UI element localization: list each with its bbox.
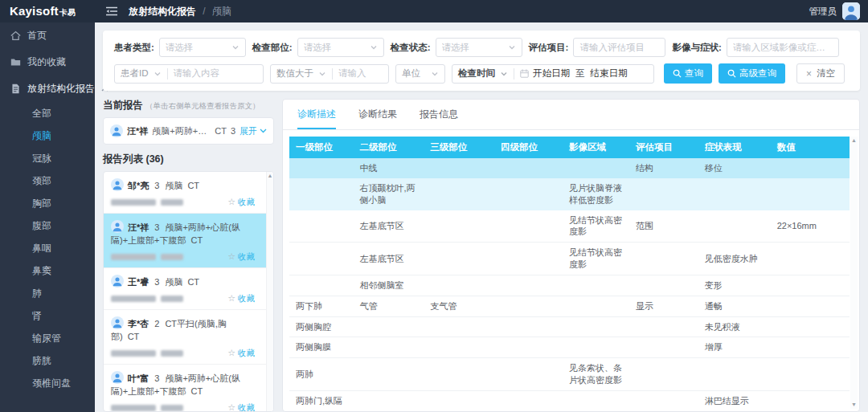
sidebar-subitem-13[interactable]: 颈椎间盘 [0,372,95,394]
table-cell[interactable] [629,358,698,391]
filter-select[interactable]: 请选择 [436,38,522,57]
table-cell[interactable]: 结构 [629,158,698,178]
table-cell[interactable]: 增厚 [698,337,771,358]
table-cell[interactable]: 22×16mm [771,210,850,243]
table-cell[interactable] [424,210,494,243]
breadcrumb-root[interactable]: 放射结构化报告 [129,6,196,17]
favorite-button[interactable]: ☆收藏 [227,251,255,263]
table-cell[interactable] [629,337,698,358]
scroll-down-icon[interactable]: ▼ [850,401,858,409]
sidebar-item-home[interactable]: 首页 [0,22,95,49]
value-compare-select[interactable]: 数值大于 [271,65,332,83]
table-cell[interactable] [289,158,353,178]
table-cell[interactable] [353,337,424,358]
table-scrollbar[interactable]: ▲ ▼ [850,137,858,409]
table-cell[interactable] [424,390,494,411]
tab-2[interactable]: 诊断结果 [358,108,397,129]
table-cell[interactable] [771,296,850,316]
table-cell[interactable]: 两肺 [289,358,353,391]
table-cell[interactable] [771,337,850,358]
value-input[interactable]: 请输入 [333,65,388,83]
table-cell[interactable]: 两下肺 [289,296,353,316]
table-cell[interactable]: 未见积液 [698,316,771,337]
filter-select[interactable]: 请选择 [297,38,384,57]
table-cell[interactable] [563,337,629,358]
table-cell[interactable] [494,243,563,275]
table-cell[interactable] [494,316,563,337]
table-cell[interactable]: 两侧胸腔 [289,316,353,337]
table-cell[interactable] [563,390,629,411]
clear-button[interactable]: × 清空 [796,63,845,84]
user-avatar[interactable] [842,2,860,20]
table-cell[interactable]: 变形 [698,275,771,296]
table-cell[interactable] [353,358,424,391]
table-cell[interactable]: 见条索状、条片状高密度影 [563,358,629,391]
patient-id-select[interactable]: 患者ID [115,65,167,83]
table-cell[interactable]: 见结节状高密度影 [563,243,629,275]
report-list-item[interactable]: 王*睿3颅脑CT☆收藏 [104,268,266,310]
table-cell[interactable] [771,243,850,275]
table-cell[interactable] [629,243,698,275]
table-cell[interactable]: 两侧胸膜 [289,337,353,358]
table-cell[interactable] [563,275,629,296]
table-cell[interactable]: 显示 [629,296,698,316]
report-list-item[interactable]: 汪*祥3颅脑+两肺+心脏(纵隔)+上腹部+下腹部CT☆收藏 [104,214,266,268]
filter-input[interactable]: 请输入区域影像或症状表现 [727,38,839,57]
table-cell[interactable] [494,337,563,358]
advanced-search-button[interactable]: 高级查询 [719,63,785,84]
table-cell[interactable] [629,178,698,210]
report-list-item[interactable]: 叶*富3颅脑+两肺+心脏(纵隔)+上腹部+下腹部CT☆收藏 [104,365,266,412]
table-cell[interactable]: 移位 [698,158,771,178]
table-cell[interactable] [289,178,353,210]
table-cell[interactable] [353,390,424,411]
table-cell[interactable]: 左基底节区 [353,243,424,275]
table-cell[interactable]: 淋巴结显示 [698,390,771,411]
current-report-card[interactable]: 汪*祥 颅脑+两肺+心... CT 3 展开 [103,117,274,145]
table-cell[interactable] [563,316,629,337]
table-cell[interactable] [629,275,698,296]
sidebar-subitem-10[interactable]: 肾 [0,304,95,327]
sidebar-subitem-12[interactable]: 膀胱 [0,349,95,372]
sidebar-item-structured-reports[interactable]: 放射结构化报告 [0,75,95,102]
table-cell[interactable] [494,358,563,391]
tab-3[interactable]: 报告信息 [420,108,458,129]
table-cell[interactable] [771,275,850,296]
table-cell[interactable] [771,358,850,391]
table-cell[interactable]: 范围 [629,210,698,243]
favorite-button[interactable]: ☆收藏 [227,293,255,304]
sidebar-item-favorites[interactable]: 我的收藏 [0,49,95,75]
table-cell[interactable] [424,158,494,178]
table-cell[interactable] [289,243,353,275]
table-cell[interactable] [424,178,494,210]
table-cell[interactable] [289,210,353,243]
table-cell[interactable]: 通畅 [698,296,771,316]
sidebar-subitem-2[interactable]: 颅脑 [0,124,95,147]
table-cell[interactable]: 相邻侧脑室 [353,275,424,296]
sidebar-subitem-11[interactable]: 输尿管 [0,327,95,349]
filter-input[interactable]: 请输入评估项目 [573,38,665,57]
table-cell[interactable] [424,243,494,275]
table-cell[interactable]: 见低密度水肿 [698,243,771,275]
patient-id-input[interactable]: 请输入内容 [168,65,264,83]
favorite-button[interactable]: ☆收藏 [227,197,255,208]
table-cell[interactable] [771,158,850,178]
menu-fold-icon[interactable] [106,6,117,16]
list-scrollbar[interactable]: ▲ [266,172,273,411]
table-cell[interactable]: 气管 [353,296,424,316]
table-cell[interactable]: 右顶颞枕叶,两侧小脑 [353,178,424,210]
table-cell[interactable] [563,296,629,316]
favorite-button[interactable]: ☆收藏 [227,402,255,412]
table-cell[interactable] [771,178,850,210]
table-cell[interactable] [494,275,563,296]
sidebar-subitem-3[interactable]: 冠脉 [0,147,95,169]
sidebar-subitem-5[interactable]: 胸部 [0,192,95,214]
table-cell[interactable] [353,316,424,337]
table-cell[interactable] [771,390,850,411]
table-cell[interactable]: 左基底节区 [353,210,424,243]
table-cell[interactable] [424,275,494,296]
table-cell[interactable] [698,358,771,391]
table-cell[interactable]: 中线 [353,158,424,178]
table-cell[interactable] [494,158,563,178]
table-cell[interactable] [494,296,563,316]
expand-button[interactable]: 展开 [240,125,267,137]
